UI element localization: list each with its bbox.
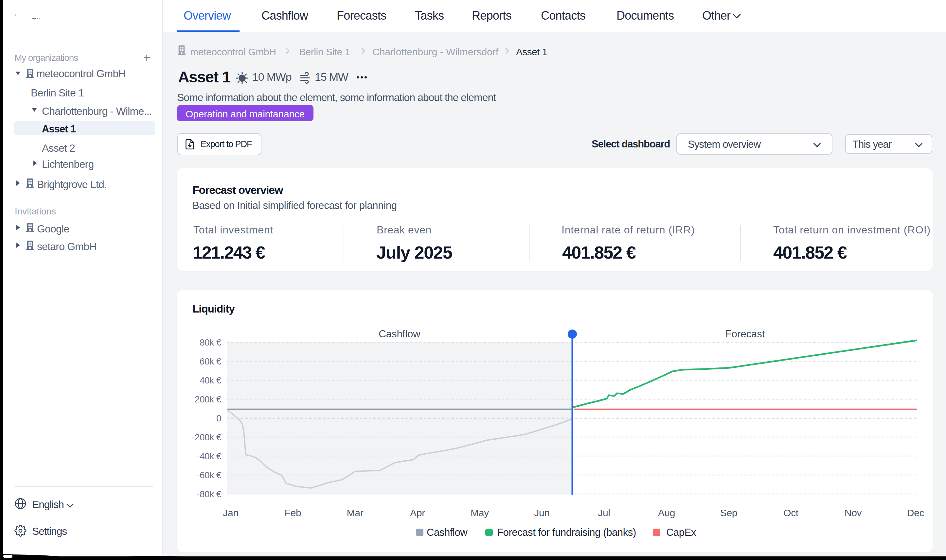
svg-text:Mar: Mar [347,508,364,518]
svg-text:Nov: Nov [844,508,862,518]
svg-text:80k €: 80k € [200,337,222,348]
svg-text:60k €: 60k € [200,356,222,366]
svg-text:-80k €: -80k € [197,489,222,499]
svg-text:Sep: Sep [720,508,737,518]
svg-text:May: May [471,508,489,518]
svg-text:Jan: Jan [223,508,238,518]
svg-text:-60k €: -60k € [197,470,222,480]
svg-text:-40k €: -40k € [197,451,222,461]
svg-text:0: 0 [216,413,221,423]
svg-text:Aug: Aug [658,508,675,518]
svg-text:Forecast: Forecast [725,328,765,340]
svg-text:200k €: 200k € [195,394,222,405]
svg-text:CapEx: CapEx [666,527,696,538]
svg-text:Apr: Apr [410,508,425,518]
svg-text:Feb: Feb [285,508,301,518]
svg-text:Jul: Jul [598,508,610,518]
svg-text:Oct: Oct [783,508,799,518]
svg-text:Cashflow: Cashflow [379,328,420,340]
svg-text:Cashflow: Cashflow [427,527,468,538]
svg-text:Dec: Dec [907,508,924,518]
svg-text:Forecast for fundraising (bank: Forecast for fundraising (banks) [497,527,636,538]
svg-text:-200k €: -200k € [192,432,222,442]
svg-text:40k €: 40k € [200,375,222,385]
svg-text:Jun: Jun [534,508,549,518]
